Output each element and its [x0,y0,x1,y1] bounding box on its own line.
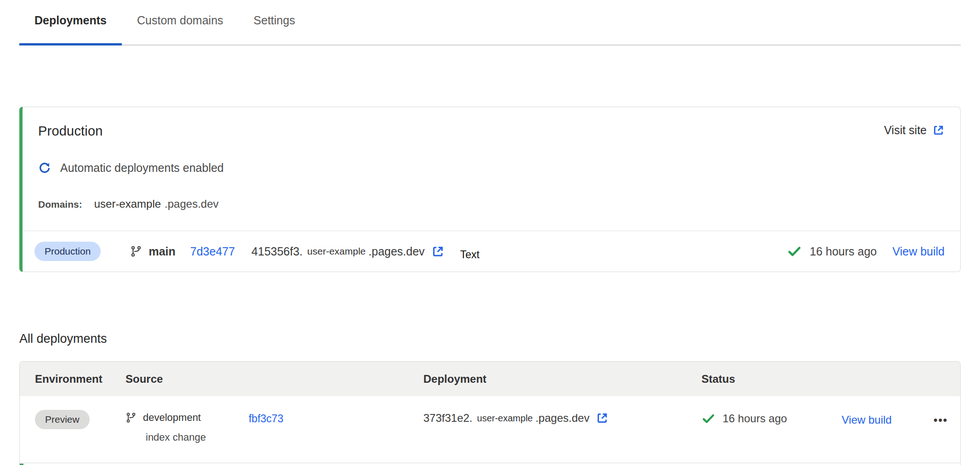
environment-badge: Preview [35,410,90,429]
visit-site-link[interactable]: Visit site [884,124,945,137]
tab-custom-domains[interactable]: Custom domains [122,12,239,45]
git-branch-icon [125,412,137,423]
next-row-peek [20,463,960,465]
column-header-environment: Environment [35,373,125,386]
more-options-button[interactable]: ••• [934,414,948,426]
status-cell: 16 hours ago [701,412,842,425]
view-build-link[interactable]: View build [892,245,945,258]
column-header-deployment: Deployment [423,373,701,386]
environment-cell: Preview [35,410,125,429]
branch-name: development [143,412,201,424]
deployment-domain-suffix: .pages.dev [536,412,589,425]
commit-link[interactable]: 7d3e477 [190,245,235,258]
deployment-time: 16 hours ago [810,245,877,258]
production-title: Production [38,124,103,139]
tab-bar: Deployments Custom domains Settings [19,0,961,45]
deployments-table: Environment Source Deployment Status Pre… [19,361,961,465]
deployment-time: 16 hours ago [723,412,787,425]
external-link-icon[interactable] [431,245,444,258]
production-deployment-row: Production main 7d3e477 415356f3. user-e… [23,231,960,272]
deployment-domain-suffix: .pages.dev [369,245,425,258]
refresh-icon [38,162,51,175]
view-build-cell: View build [842,414,934,426]
commit-link[interactable]: fbf3c73 [249,413,283,425]
domain-suffix: .pages.dev [165,198,218,210]
tab-deployments[interactable]: Deployments [19,12,122,45]
source-cell: development fbf3c73 index change [125,410,423,443]
pages-project-page: Deployments Custom domains Settings Prod… [0,0,980,465]
check-icon [701,412,715,425]
auto-deploy-text: Automatic deployments enabled [60,161,224,175]
domains-label: Domains: [38,199,82,210]
domains-row: Domains: user-example .pages.dev [23,175,960,210]
external-link-icon[interactable] [596,412,609,425]
deployment-id: 415356f3. [251,245,302,258]
auto-deploy-status: Automatic deployments enabled [23,139,960,175]
deployment-domain: user-example [307,246,365,257]
tab-settings[interactable]: Settings [239,12,310,45]
git-branch-icon [130,245,142,257]
environment-badge: Production [34,242,101,261]
visit-site-label: Visit site [884,124,927,137]
deployment-url: 415356f3. user-example .pages.dev [251,245,444,258]
check-icon [787,244,802,259]
domain-name: user-example [94,198,161,210]
view-build-link[interactable]: View build [842,414,892,426]
deployment-status: 16 hours ago View build [787,244,945,259]
production-card: Production Visit site Automa [19,107,961,272]
column-header-status: Status [701,373,842,386]
deployment-cell: 373f31e2. user-example .pages.dev [423,412,701,425]
more-cell: ••• [934,414,960,426]
external-link-icon [932,124,945,136]
branch-name: main [148,245,175,258]
deployment-domain: user-example [477,413,533,424]
commit-message: index change [146,431,206,443]
production-card-header: Production Visit site [23,107,960,139]
table-row: Preview development fbf3c73 ind [20,396,960,463]
deployment-id: 373f31e2. [423,412,473,425]
column-header-source: Source [125,373,423,386]
deployment-note: Text [460,249,479,261]
all-deployments-heading: All deployments [19,332,961,346]
branch-group: main [130,245,175,258]
table-header: Environment Source Deployment Status [20,362,960,396]
